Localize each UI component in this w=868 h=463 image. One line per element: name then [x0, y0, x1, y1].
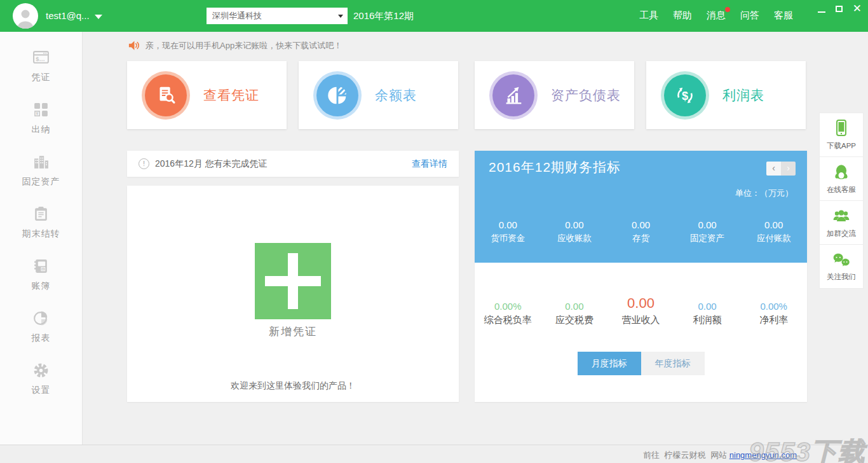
- stat-net-profit-rate: 0.00% 净利率: [740, 294, 807, 326]
- voucher-panel-body: 新增凭证 欢迎来到这里体验我们的产品！: [127, 186, 459, 402]
- menu-qa[interactable]: 问答: [740, 10, 759, 22]
- svg-text:¥: ¥: [36, 111, 39, 116]
- footer: 前往 柠檬云财税 网站 ningmengyun.com: [0, 445, 868, 463]
- sidebar-item-label: 账簿: [32, 280, 51, 292]
- stat-value: 0.00: [541, 294, 608, 312]
- footer-site-link[interactable]: ningmengyun.com: [729, 450, 797, 460]
- stat-payables: 0.00 应付账款: [740, 218, 807, 245]
- tab-monthly-indicators[interactable]: 月度指标: [578, 352, 641, 375]
- menu-messages-label: 消息: [707, 10, 726, 20]
- sidebar-item-ledger[interactable]: $ 账簿: [0, 252, 82, 298]
- indicator-tabs: 月度指标 年度指标: [475, 352, 807, 375]
- card-profit-table[interactable]: $ 利润表: [646, 61, 806, 129]
- sidebar-item-label: 固定资产: [22, 176, 60, 188]
- person-icon: [13, 6, 37, 29]
- add-voucher-button[interactable]: [255, 243, 331, 319]
- user-avatar[interactable]: [13, 3, 38, 29]
- group-icon: [832, 207, 851, 226]
- card-balance-table[interactable]: 余额表: [299, 61, 458, 129]
- stat-value: 0.00: [541, 218, 608, 232]
- blue-stats-row: 0.00 货币资金 0.00 应收账款 0.00 存货 0.00 固定资产 0.…: [475, 218, 807, 245]
- indicator-pager: ‹ ›: [766, 162, 796, 176]
- banner-text: 亲，现在可以用手机App来记账啦，快来下载试试吧！: [146, 40, 342, 52]
- card-view-vouchers[interactable]: 查看凭证: [127, 61, 287, 129]
- menu-support[interactable]: 客服: [774, 10, 793, 22]
- stat-value: 0.00: [475, 218, 541, 232]
- stat-value: 0.00%: [740, 294, 807, 312]
- indicator-title: 2016年12期财务指标: [489, 158, 621, 176]
- stat-monetary-funds: 0.00 货币资金: [475, 218, 541, 245]
- stat-label: 固定资产: [674, 232, 741, 245]
- stat-fixed-assets: 0.00 固定资产: [674, 218, 741, 245]
- stat-value: 0.00: [674, 294, 741, 312]
- sidebar-item-voucher[interactable]: $… 凭证: [0, 43, 82, 90]
- reports-icon: [32, 310, 50, 327]
- menu-messages[interactable]: 消息: [707, 10, 726, 22]
- close-button[interactable]: ✕: [853, 4, 862, 13]
- float-online-support[interactable]: 在线客服: [819, 156, 864, 201]
- company-select[interactable]: 深圳华通科技: [207, 8, 348, 24]
- speaker-icon: [128, 39, 140, 52]
- sidebar-item-settings[interactable]: 设置: [0, 356, 82, 403]
- float-download-app[interactable]: 下载APP: [819, 113, 864, 157]
- sidebar-item-label: 期末结转: [22, 228, 60, 240]
- stat-label: 货币资金: [475, 232, 541, 245]
- pager-prev-button[interactable]: ‹: [766, 162, 781, 176]
- sidebar-item-label: 凭证: [32, 72, 51, 83]
- chevron-down-icon: [95, 15, 102, 19]
- card-label: 查看凭证: [203, 86, 259, 104]
- minimize-button[interactable]: [818, 6, 825, 13]
- stat-value: 0.00: [740, 218, 807, 232]
- settings-icon: [32, 362, 50, 379]
- stat-label: 综合税负率: [475, 314, 541, 326]
- footer-mid: 网站: [710, 450, 727, 460]
- sidebar-item-period-end[interactable]: 期末结转: [0, 200, 82, 246]
- add-voucher-label: 新增凭证: [127, 324, 459, 339]
- phone-icon: [832, 119, 850, 138]
- stat-label: 应交税费: [541, 314, 608, 326]
- float-item-label: 在线客服: [827, 185, 856, 195]
- voucher-search-icon: [154, 83, 178, 107]
- stat-tax-payable: 0.00 应交税费: [541, 294, 608, 326]
- float-item-label: 下载APP: [827, 141, 856, 151]
- user-name: test1@q...: [46, 10, 90, 21]
- pager-next-button[interactable]: ›: [781, 162, 796, 176]
- info-icon: !: [139, 158, 149, 169]
- card-label: 资产负债表: [551, 86, 621, 104]
- qq-icon: [832, 163, 851, 182]
- sidebar-item-reports[interactable]: 报表: [0, 304, 82, 350]
- float-item-label: 关注我们: [827, 272, 856, 282]
- cashier-icon: ¥: [32, 101, 50, 118]
- stat-receivables: 0.00 应收账款: [541, 218, 608, 245]
- user-menu[interactable]: test1@q...: [46, 10, 102, 21]
- stat-label: 净利率: [740, 314, 807, 326]
- stat-value: 0.00: [674, 218, 741, 232]
- stat-label: 应收账款: [541, 232, 608, 245]
- view-details-link[interactable]: 查看详情: [412, 158, 447, 170]
- card-balance-sheet[interactable]: 资产负债表: [475, 61, 634, 129]
- welcome-text: 欢迎来到这里体验我们的产品！: [127, 380, 459, 392]
- stat-operating-income: 0.00 营业收入: [607, 294, 674, 326]
- unit-label: 单位：（万元）: [735, 188, 793, 199]
- balance-pie-icon: [325, 83, 349, 107]
- stat-label: 存货: [607, 232, 674, 245]
- select-arrow-icon: [338, 15, 343, 18]
- sidebar-item-label: 出纳: [32, 124, 51, 135]
- period-end-icon: [32, 205, 50, 223]
- float-join-group[interactable]: 加群交流: [819, 200, 864, 245]
- window-controls: ✕: [818, 4, 862, 14]
- tab-yearly-indicators[interactable]: 年度指标: [641, 352, 705, 375]
- menu-help[interactable]: 帮助: [673, 10, 692, 22]
- stat-label: 应付账款: [740, 232, 807, 245]
- white-stats-row: 0.00% 综合税负率 0.00 应交税费 0.00 营业收入 0.00 利润额…: [475, 294, 807, 326]
- sidebar-item-cashier[interactable]: ¥ 出纳: [0, 95, 82, 142]
- footer-text: 前往 柠檬云财税 网站 ningmengyun.com: [643, 450, 797, 461]
- menu-tools[interactable]: 工具: [639, 10, 658, 22]
- float-follow-us[interactable]: 关注我们: [819, 244, 864, 289]
- restore-button[interactable]: [836, 6, 843, 12]
- left-sidebar: $… 凭证 ¥ 出纳: [0, 32, 83, 445]
- topbar: test1@q... 深圳华通科技 2016年第12期 工具 帮助 消息 问答 …: [0, 0, 868, 32]
- float-menu: 下载APP 在线客服 加群交流: [819, 113, 864, 289]
- sidebar-item-fixed-assets[interactable]: 固定资产: [0, 148, 82, 194]
- wechat-icon: [832, 251, 851, 269]
